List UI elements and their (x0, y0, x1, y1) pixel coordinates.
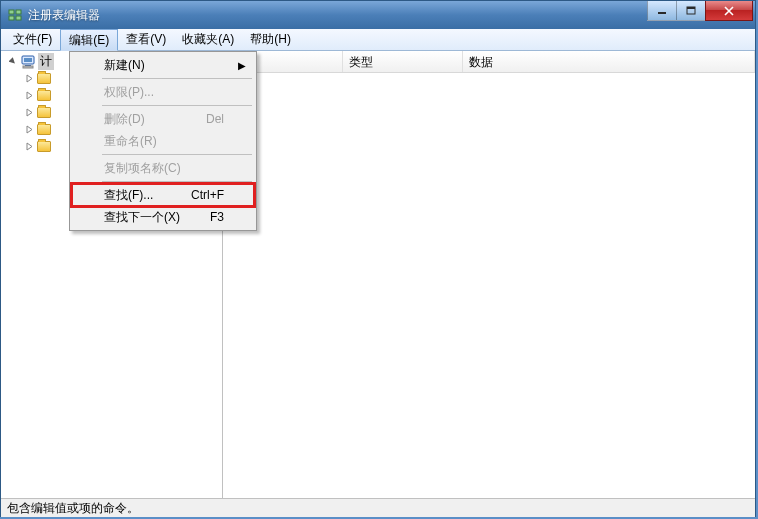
folder-icon (36, 72, 52, 86)
folder-icon (36, 89, 52, 103)
tree-root-label[interactable]: 计 (38, 53, 54, 70)
expand-icon[interactable] (25, 142, 34, 151)
menu-edit[interactable]: 编辑(E) (60, 29, 118, 51)
expand-icon[interactable] (25, 91, 34, 100)
list-pane[interactable]: 名称 类型 数据 (223, 51, 755, 498)
menu-favorites[interactable]: 收藏夹(A) (174, 29, 242, 50)
svg-rect-2 (9, 16, 14, 20)
menu-help[interactable]: 帮助(H) (242, 29, 299, 50)
svg-rect-10 (23, 66, 33, 68)
registry-editor-window: 注册表编辑器 文件(F) 编辑(E) 查看(V) 收藏夹(A) 帮助(H) (0, 0, 756, 517)
menu-find[interactable]: 查找(F)... Ctrl+F (72, 184, 254, 206)
svg-rect-1 (16, 10, 21, 14)
menubar: 文件(F) 编辑(E) 查看(V) 收藏夹(A) 帮助(H) (1, 29, 755, 51)
statusbar: 包含编辑值或项的命令。 (1, 498, 755, 517)
maximize-button[interactable] (676, 1, 706, 21)
window-controls (648, 1, 753, 21)
close-button[interactable] (705, 1, 753, 21)
menu-copykey[interactable]: 复制项名称(C) (72, 157, 254, 179)
app-icon (7, 7, 23, 23)
computer-icon (20, 55, 36, 69)
menu-view[interactable]: 查看(V) (118, 29, 174, 50)
minimize-button[interactable] (647, 1, 677, 21)
col-type[interactable]: 类型 (343, 51, 463, 72)
expand-icon[interactable] (25, 74, 34, 83)
menu-file[interactable]: 文件(F) (5, 29, 60, 50)
svg-rect-3 (16, 16, 21, 20)
separator (102, 181, 252, 182)
svg-rect-0 (9, 10, 14, 14)
menu-permissions[interactable]: 权限(P)... (72, 81, 254, 103)
svg-rect-8 (24, 58, 32, 62)
window-title: 注册表编辑器 (28, 7, 751, 24)
separator (102, 154, 252, 155)
expand-icon[interactable] (25, 125, 34, 134)
collapse-icon[interactable] (9, 57, 18, 66)
list-header: 名称 类型 数据 (223, 51, 755, 73)
edit-menu-dropdown: 新建(N) ▶ 权限(P)... 删除(D) Del 重命名(R) 复制项名称(… (69, 51, 257, 231)
submenu-arrow-icon: ▶ (238, 60, 246, 71)
separator (102, 105, 252, 106)
status-text: 包含编辑值或项的命令。 (7, 500, 139, 517)
folder-icon (36, 123, 52, 137)
expand-icon[interactable] (25, 108, 34, 117)
col-data[interactable]: 数据 (463, 51, 755, 72)
folder-icon (36, 140, 52, 154)
separator (102, 78, 252, 79)
titlebar[interactable]: 注册表编辑器 (1, 1, 755, 29)
menu-delete[interactable]: 删除(D) Del (72, 108, 254, 130)
menu-rename[interactable]: 重命名(R) (72, 130, 254, 152)
menu-findnext[interactable]: 查找下一个(X) F3 (72, 206, 254, 228)
folder-icon (36, 106, 52, 120)
menu-new[interactable]: 新建(N) ▶ (72, 54, 254, 76)
